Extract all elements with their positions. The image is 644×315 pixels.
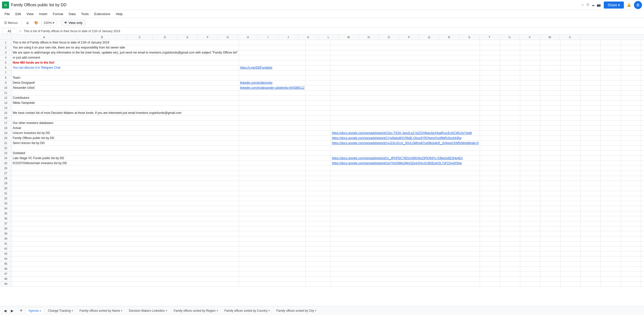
row-number[interactable]: 36 (0, 216, 12, 221)
cell-a-22[interactable] (12, 146, 239, 151)
cell-k-21[interactable] (600, 141, 621, 146)
cell-j-3[interactable] (580, 50, 600, 55)
cell-f-20[interactable] (500, 136, 520, 141)
cell-f-46[interactable] (500, 266, 520, 271)
cell-a-41[interactable] (12, 241, 239, 246)
cell-i-7[interactable] (560, 70, 580, 75)
cell-f-17[interactable] (500, 120, 520, 125)
cell-f-15[interactable] (500, 110, 520, 115)
cell-g-8[interactable] (520, 75, 540, 80)
cell-l-18[interactable] (621, 125, 641, 130)
cell-j-44[interactable] (580, 256, 600, 261)
row-number[interactable]: 26 (0, 166, 12, 171)
cell-d-7[interactable] (331, 70, 480, 75)
cell-j-1[interactable] (580, 40, 600, 45)
menu-data[interactable]: Data (66, 11, 78, 17)
row-number[interactable]: 2 (0, 45, 12, 50)
cell-f-16[interactable] (500, 115, 520, 120)
row-number[interactable]: 37 (0, 221, 12, 226)
cell-c-48[interactable] (306, 276, 331, 281)
cell-i-45[interactable] (560, 261, 580, 266)
cell-a-45[interactable] (12, 261, 239, 266)
cell-k-30[interactable] (600, 186, 621, 191)
cell-f-4[interactable] (500, 55, 520, 60)
cell-j-47[interactable] (580, 271, 600, 276)
cell-f-49[interactable] (500, 281, 520, 286)
cell-l-1[interactable] (621, 40, 641, 45)
row-number[interactable]: 6 (0, 65, 12, 70)
cell-j-45[interactable] (580, 261, 600, 266)
cell-f-8[interactable] (500, 75, 520, 80)
cell-f-13[interactable] (500, 100, 520, 105)
row-number[interactable]: 28 (0, 176, 12, 181)
cell-g-15[interactable] (520, 110, 540, 115)
cell-i-41[interactable] (560, 241, 580, 246)
cell-b-17[interactable] (239, 120, 306, 125)
cell-e-36[interactable] (480, 216, 500, 221)
cell-c-16[interactable] (306, 115, 331, 120)
cell-e-33[interactable] (480, 201, 500, 206)
cell-j-49[interactable] (580, 281, 600, 286)
cell-k-48[interactable] (600, 276, 621, 281)
cell-l-13[interactable] (621, 100, 641, 105)
cell-l-42[interactable] (621, 246, 641, 251)
cell-i-27[interactable] (560, 171, 580, 176)
cell-m-19[interactable] (641, 130, 644, 136)
cell-c-23[interactable] (306, 151, 331, 156)
cell-j-33[interactable] (580, 201, 600, 206)
cell-m-37[interactable] (641, 221, 644, 226)
cell-m-18[interactable] (641, 125, 644, 130)
cell-j-7[interactable] (580, 70, 600, 75)
cell-d-40[interactable] (331, 236, 480, 241)
cell-d-19[interactable]: https://docs.google.com/spreadsheets/d/1… (331, 130, 480, 136)
cell-g-31[interactable] (520, 191, 540, 196)
cell-a-40[interactable] (12, 236, 239, 241)
cell-j-42[interactable] (580, 246, 600, 251)
cell-i-47[interactable] (560, 271, 580, 276)
cell-b-22[interactable] (239, 146, 306, 151)
cell-m-32[interactable] (641, 196, 644, 201)
cell-f-34[interactable] (500, 206, 520, 211)
cell-a-16[interactable] (12, 115, 239, 120)
cell-e-2[interactable] (480, 45, 500, 50)
cell-i-23[interactable] (560, 151, 580, 156)
cell-k-16[interactable] (600, 115, 621, 120)
cell-m-38[interactable] (641, 226, 644, 231)
cell-g-32[interactable] (520, 196, 540, 201)
cell-a-26[interactable] (12, 166, 239, 171)
cell-k-25[interactable] (600, 161, 621, 166)
cell-e-3[interactable] (480, 50, 500, 55)
cell-c-31[interactable] (306, 191, 331, 196)
cell-f-29[interactable] (500, 181, 520, 186)
cell-f-32[interactable] (500, 196, 520, 201)
cell-i-44[interactable] (560, 256, 580, 261)
cell-d-43[interactable] (331, 251, 480, 256)
cell-h-31[interactable] (540, 191, 560, 196)
cell-a-2[interactable]: You are using it on your own risk, there… (12, 45, 239, 50)
cell-g-12[interactable] (520, 95, 540, 100)
cell-g-44[interactable] (520, 256, 540, 261)
cell-f-11[interactable] (500, 90, 520, 95)
cell-h-41[interactable] (540, 241, 560, 246)
sheet-tab-decision-makers[interactable]: Decision Makers Linkedins ▾ (126, 308, 170, 313)
cell-h-18[interactable] (540, 125, 560, 130)
cell-i-39[interactable] (560, 231, 580, 236)
cell-e-20[interactable] (480, 136, 500, 141)
cell-b-2[interactable] (239, 45, 306, 50)
cell-g-39[interactable] (520, 231, 540, 236)
sheet-tab-change-tracking-dropdown[interactable]: ▾ (72, 309, 73, 312)
cell-i-4[interactable] (560, 55, 580, 60)
cell-e-30[interactable] (480, 186, 500, 191)
row-number[interactable]: 11 (0, 90, 12, 95)
row-number[interactable]: 4 (0, 55, 12, 60)
cell-a-7[interactable] (12, 70, 239, 75)
cell-d-49[interactable] (331, 281, 480, 286)
cell-k-13[interactable] (600, 100, 621, 105)
cell-m-7[interactable] (641, 70, 644, 75)
col-header-v[interactable]: V (520, 35, 540, 40)
cell-h-2[interactable] (540, 45, 560, 50)
cell-d-32[interactable] (331, 196, 480, 201)
cell-m-39[interactable] (641, 231, 644, 236)
cell-d-10[interactable] (331, 85, 480, 90)
sheet-tab-agenda-dropdown[interactable]: ▾ (40, 309, 41, 312)
